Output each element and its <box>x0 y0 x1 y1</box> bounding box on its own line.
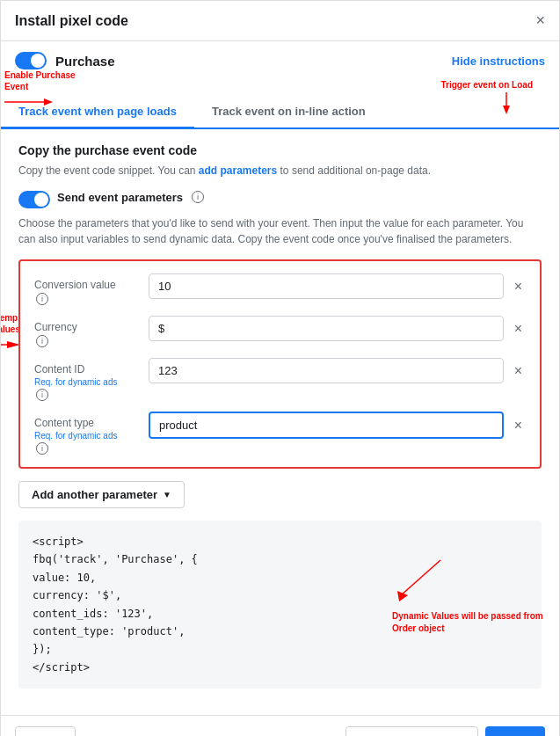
footer-right: Email Instructions Done <box>345 726 545 736</box>
modal-body: Purchase Hide instructions Enable Purcha… <box>1 41 559 715</box>
section-title: Copy the purchase event code <box>18 143 542 157</box>
code-area: <script> fbq('track', 'Purchase', { valu… <box>18 521 542 689</box>
params-area: Enter temp.values Conversion value <box>18 259 542 469</box>
send-params-label: Send event parameters <box>57 191 183 204</box>
purchase-toggle-label: Purchase <box>55 54 115 69</box>
code-line6: content_type: 'product', <box>33 625 185 638</box>
param-info-content-id: i <box>34 389 149 401</box>
code-line5: content_ids: '123', <box>33 608 153 620</box>
modal-title: Install pixel code <box>15 13 128 29</box>
send-params-toggle-row: Send event parameters i <box>18 191 542 208</box>
code-line8: </script> <box>33 661 90 674</box>
param-sublabel-content-id: Req. for dynamic ads <box>34 377 149 387</box>
chevron-down-icon: ▼ <box>163 490 171 499</box>
give-feedback-button[interactable]: Give feedback <box>83 726 167 736</box>
currency-remove-icon[interactable]: × <box>511 321 526 337</box>
code-line4: currency: '$', <box>33 589 121 601</box>
content-id-input[interactable] <box>149 358 504 383</box>
hide-instructions-link[interactable]: Hide instructions <box>452 55 545 68</box>
param-input-conversion-col: × <box>149 273 526 299</box>
param-input-currency-col: × <box>149 316 526 341</box>
param-sublabel-content-type: Req. for dynamic ads <box>34 431 149 441</box>
arrow-enter <box>1 337 20 353</box>
tabs-container: Track event when page loads Track event … <box>1 96 559 129</box>
section-desc-prefix: Copy the event code snippet. You can <box>18 164 199 177</box>
content-area: Copy the purchase event code Copy the ev… <box>1 129 559 715</box>
param-label-content-id: Content ID <box>34 363 149 375</box>
param-label-conversion-col: Conversion value i <box>34 273 149 305</box>
conversion-info-icon[interactable]: i <box>36 293 48 305</box>
tab-inline-action[interactable]: Track event on in-line action <box>194 96 383 129</box>
svg-marker-7 <box>397 591 408 601</box>
annotation-trigger: Trigger event on Load <box>441 80 533 90</box>
modal-header: Install pixel code × <box>1 1 559 41</box>
param-label-content-type: Content type <box>34 417 149 429</box>
send-params-toggle-switch <box>18 191 50 208</box>
conversion-value-input[interactable] <box>149 273 504 299</box>
content-wrapper: Purchase Hide instructions Enable Purcha… <box>1 41 559 715</box>
param-row-content-id: Content ID Req. for dynamic ads i × <box>34 358 526 401</box>
param-row-content-type: Content type Req. for dynamic ads i × <box>34 412 526 455</box>
add-parameters-link[interactable]: add parameters <box>199 164 277 177</box>
params-desc: Choose the parameters that you'd like to… <box>18 215 542 247</box>
top-bar: Purchase Hide instructions <box>1 41 559 69</box>
annotation-dynamic: Dynamic Values will be passed from Order… <box>392 556 550 635</box>
param-info-content-type: i <box>34 442 149 455</box>
arrow-trigger <box>480 92 533 119</box>
purchase-toggle-row: Purchase <box>15 52 115 69</box>
code-line7: }); <box>33 643 52 655</box>
currency-input[interactable] <box>149 316 504 341</box>
param-row-conversion: Conversion value i × <box>34 273 526 305</box>
code-line2: fbq('track', 'Purchase', { <box>33 553 198 565</box>
conversion-remove-icon[interactable]: × <box>511 279 526 295</box>
param-row-currency: Currency i × <box>34 316 526 347</box>
send-params-info-icon[interactable]: i <box>192 191 204 203</box>
content-id-info-icon[interactable]: i <box>36 389 48 401</box>
annotation-enter-temp: Enter temp.values <box>1 312 20 353</box>
close-icon[interactable]: × <box>535 11 545 30</box>
param-label-content-type-col: Content type Req. for dynamic ads i <box>34 412 149 455</box>
svg-marker-3 <box>503 106 510 114</box>
content-type-info-icon[interactable]: i <box>36 442 48 455</box>
param-label-conversion: Conversion value <box>34 279 149 291</box>
modal-footer: Back Give feedback Email Instructions Do… <box>1 715 559 736</box>
param-input-content-type-col: × <box>149 412 526 439</box>
param-label-content-id-col: Content ID Req. for dynamic ads i <box>34 358 149 401</box>
currency-info-icon[interactable]: i <box>36 335 48 347</box>
purchase-toggle[interactable] <box>15 52 47 69</box>
footer-left: Back Give feedback <box>15 726 167 736</box>
param-info-conversion: i <box>34 293 149 305</box>
add-param-label: Add another parameter <box>32 488 157 501</box>
content-id-remove-icon[interactable]: × <box>511 363 526 379</box>
back-button[interactable]: Back <box>15 726 76 736</box>
done-button[interactable]: Done <box>485 726 546 736</box>
code-line3: value: 10, <box>33 572 96 584</box>
content-type-input[interactable] <box>149 412 504 439</box>
send-params-toggle[interactable] <box>18 191 50 208</box>
param-info-currency: i <box>34 335 149 347</box>
params-box: Conversion value i × <box>18 259 542 469</box>
svg-line-6 <box>401 560 440 595</box>
param-input-content-id-col: × <box>149 358 526 383</box>
modal-container: Install pixel code × Purchase Hide instr… <box>0 0 560 736</box>
toggle-switch <box>15 52 47 69</box>
email-instructions-button[interactable]: Email Instructions <box>345 726 478 736</box>
add-param-button[interactable]: Add another parameter ▼ <box>18 481 185 508</box>
arrow-dynamic <box>392 556 445 608</box>
code-line1: <script> <box>33 536 84 548</box>
param-label-currency-col: Currency i <box>34 316 149 347</box>
section-desc-suffix: to send additional on-page data. <box>277 164 431 177</box>
param-label-currency: Currency <box>34 321 149 333</box>
section-desc: Copy the event code snippet. You can add… <box>18 163 542 179</box>
tab-page-load[interactable]: Track event when page loads <box>1 96 194 129</box>
content-type-remove-icon[interactable]: × <box>511 418 526 434</box>
